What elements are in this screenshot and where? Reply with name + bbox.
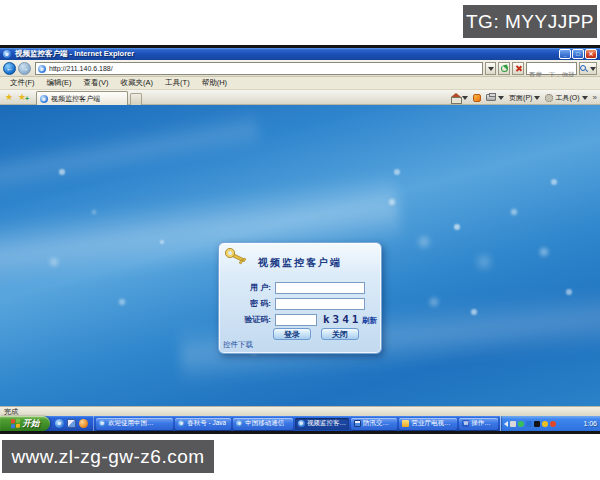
window-titlebar: e 视频监控客户端 - Internet Explorer _ □ ✕ [0, 48, 600, 60]
caption-buttons: _ □ ✕ [559, 49, 597, 59]
refresh-button[interactable] [498, 62, 510, 75]
forward-button[interactable]: → [18, 62, 31, 75]
back-button[interactable]: ← [3, 62, 16, 75]
ie-quicklaunch-icon[interactable]: e [55, 419, 64, 428]
stop-button[interactable] [512, 62, 524, 75]
menu-favorites[interactable]: 收藏夹(A) [115, 78, 160, 88]
taskbar-item-chunqiu[interactable]: e春秋号 - Java [175, 418, 231, 430]
ie-window-icon: e [3, 50, 11, 58]
taskbar-item-qq-group[interactable]: 防汛交流 QQ88 [351, 418, 397, 430]
tab-title: 视频监控客户端 [51, 94, 100, 104]
search-dropdown-icon [590, 67, 596, 71]
window-title: 视频监控客户端 - Internet Explorer [15, 49, 134, 59]
tray-red-icon[interactable] [550, 421, 556, 427]
background-bokeh-dots [0, 105, 4, 109]
watermark-website: www.zl-zg-gw-z6.com [2, 440, 214, 473]
tray-shield-icon[interactable] [542, 421, 548, 427]
status-bar: 完成 [0, 406, 600, 416]
taskbar-item-welcome[interactable]: e欢迎使用中国… [96, 418, 173, 430]
maximize-button[interactable]: □ [572, 49, 584, 59]
search-go-button[interactable] [579, 62, 597, 75]
windows-logo-icon [11, 419, 20, 429]
bottom-border-strip [0, 431, 600, 434]
menu-bar: 文件(F) 编辑(E) 查看(V) 收藏夹(A) 工具(T) 帮助(H) [0, 77, 600, 90]
user-label: 用 户: [219, 282, 271, 294]
feeds-button[interactable] [473, 94, 481, 102]
tray-collapse-icon[interactable] [504, 421, 508, 427]
taskbar-item-folder[interactable]: 营业厅电视机维护 [399, 418, 457, 430]
ie-icon: e [99, 420, 106, 427]
favorites-star-icon[interactable]: ★ [5, 93, 13, 102]
background-decoration [0, 109, 261, 200]
taskbar-item-chinamobile[interactable]: e中国移动通信 [233, 418, 293, 430]
media-player-icon[interactable] [79, 419, 88, 428]
address-bar-row: ← → e [0, 60, 600, 77]
ie-icon: e [178, 420, 185, 427]
control-download-link[interactable]: 控件下载 [223, 340, 253, 350]
home-icon [451, 94, 460, 102]
search-icon [580, 65, 588, 73]
tray-qq-icon[interactable] [534, 421, 540, 427]
feed-icon [473, 94, 481, 102]
ie-icon: e [298, 420, 305, 427]
page-menu-button[interactable]: 页面(P) [509, 93, 540, 103]
password-input[interactable] [275, 298, 365, 310]
system-tray: 1:06 [500, 416, 600, 431]
menu-view[interactable]: 查看(V) [78, 78, 115, 88]
close-dialog-button[interactable]: 关闭 [321, 328, 359, 340]
gear-icon [545, 94, 553, 102]
tab-video-client[interactable]: e 视频监控客户端 [36, 91, 128, 105]
taskbar-item-video-client[interactable]: e视频监控客户… [295, 418, 349, 430]
menu-edit[interactable]: 编辑(E) [41, 78, 78, 88]
menu-help[interactable]: 帮助(H) [196, 78, 233, 88]
status-text: 完成 [4, 407, 18, 417]
menu-tools[interactable]: 工具(T) [159, 78, 196, 88]
browser-window: e 视频监控客户端 - Internet Explorer _ □ ✕ ← → … [0, 45, 600, 434]
tray-volume-icon[interactable] [510, 421, 516, 427]
captcha-label: 验证码: [219, 314, 271, 326]
home-button[interactable] [451, 94, 468, 102]
overflow-chevron[interactable]: » [593, 93, 597, 102]
captcha-refresh-link[interactable]: 刷新 [362, 316, 377, 326]
captcha-code: k341 [323, 314, 362, 326]
address-input[interactable] [49, 65, 480, 72]
login-dialog-title: 视频监控客户端 [219, 256, 381, 270]
tray-clock: 1:06 [583, 420, 597, 427]
menu-file[interactable]: 文件(F) [4, 78, 41, 88]
print-button[interactable] [486, 94, 504, 101]
word-doc-icon: W [462, 420, 469, 427]
refresh-icon [501, 65, 508, 72]
page-favicon: e [38, 65, 46, 73]
quick-launch: e [50, 416, 94, 431]
tools-menu-button[interactable]: 工具(O) [545, 93, 587, 103]
taskbar-item-doc[interactable]: W操作说明.doc [459, 418, 498, 430]
password-row: 密 码: [219, 298, 381, 310]
search-field[interactable] [526, 62, 577, 75]
window-icon [354, 420, 361, 427]
captcha-row: 验证码: k341 刷新 [219, 314, 381, 326]
task-buttons: e欢迎使用中国… e春秋号 - Java e中国移动通信 e视频监控客户… 防汛… [94, 416, 500, 431]
taskbar: 开始 e e欢迎使用中国… e春秋号 - Java e中国移动通信 e视频监控客… [0, 416, 600, 431]
watermark-telegram: TG: MYYJJPP [463, 5, 597, 38]
show-desktop-icon[interactable] [67, 419, 76, 428]
ie-icon: e [236, 420, 243, 427]
login-button[interactable]: 登录 [273, 328, 311, 340]
tab-favicon: e [40, 95, 48, 103]
page-content: 视频监控客户端 用 户: 密 码: 验证码: k341 刷新 登录 关闭 [0, 105, 600, 406]
new-tab-stub[interactable] [130, 93, 142, 105]
password-label: 密 码: [219, 298, 271, 310]
start-button[interactable]: 开始 [0, 416, 50, 431]
user-input[interactable] [275, 282, 365, 294]
address-field[interactable]: e [35, 62, 483, 75]
printer-icon [486, 94, 496, 101]
minimize-button[interactable]: _ [559, 49, 571, 59]
close-button[interactable]: ✕ [585, 49, 597, 59]
tab-row: ★ ★+ e 视频监控客户端 页面(P) 工具(O) » [0, 90, 600, 105]
folder-icon [402, 420, 409, 427]
tray-green-icon[interactable] [518, 421, 524, 427]
tray-blue-icon[interactable] [526, 421, 532, 427]
address-dropdown-button[interactable] [485, 62, 496, 75]
captcha-input[interactable] [275, 314, 317, 326]
user-row: 用 户: [219, 282, 381, 294]
add-favorite-icon[interactable]: ★+ [18, 93, 26, 102]
